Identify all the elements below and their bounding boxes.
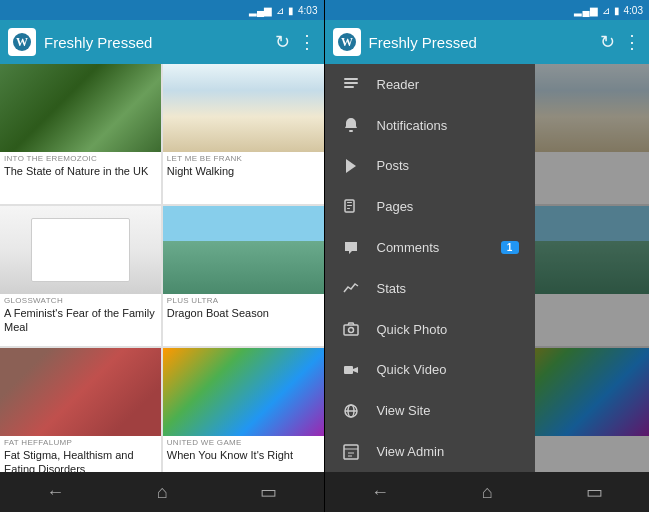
quickphoto-icon: [341, 319, 361, 339]
svg-marker-8: [346, 159, 356, 173]
svg-point-14: [348, 328, 353, 333]
posts-label: Posts: [377, 158, 519, 173]
drawer-overlay: INTO THE EREMOZOIC The State of Nature i…: [325, 64, 650, 472]
drawer-item-reader[interactable]: Reader: [325, 64, 535, 105]
comments-label: Comments: [377, 240, 485, 255]
battery-icon: ▮: [288, 5, 294, 16]
svg-rect-7: [349, 130, 353, 132]
drawer-scrim[interactable]: [535, 64, 650, 472]
card-1-2[interactable]: LET ME BE FRANK Night Walking: [163, 64, 324, 204]
content-grid-1: INTO THE EREMOZOIC The State of Nature i…: [0, 64, 324, 472]
overflow-icon-2[interactable]: ⋮: [623, 31, 641, 53]
drawer-item-notifications[interactable]: Notifications: [325, 105, 535, 146]
stats-icon: [341, 278, 361, 298]
posts-icon: [341, 156, 361, 176]
recents-button-2[interactable]: ▭: [586, 481, 603, 503]
drawer-item-stats[interactable]: Stats: [325, 268, 535, 309]
card-1-3[interactable]: glosswatch A Feminist's Fear of the Fami…: [0, 206, 161, 346]
top-bar-actions-2: ↻ ⋮: [600, 31, 641, 53]
card-1-1[interactable]: INTO THE EREMOZOIC The State of Nature i…: [0, 64, 161, 204]
home-button-1[interactable]: ⌂: [157, 482, 168, 503]
viewsite-icon: [341, 401, 361, 421]
comments-badge: 1: [501, 241, 519, 254]
svg-rect-10: [347, 202, 352, 203]
card-title-1-1: The State of Nature in the UK: [0, 163, 161, 182]
card-title-1-6: When You Know It's Right: [163, 447, 324, 466]
signal-icon-2: ▂▄▆: [574, 5, 597, 16]
pages-icon: [341, 197, 361, 217]
card-1-5[interactable]: Fat Heffalump Fat Stigma, Healthism and …: [0, 348, 161, 472]
card-image-1-3: [0, 206, 161, 294]
stats-label: Stats: [377, 281, 519, 296]
viewadmin-label: View Admin: [377, 444, 519, 459]
svg-rect-5: [344, 82, 358, 84]
refresh-icon-2[interactable]: ↻: [600, 31, 615, 53]
card-label-1-4: Plus Ultra: [163, 294, 324, 305]
back-button-1[interactable]: ←: [46, 482, 64, 503]
svg-rect-15: [344, 366, 353, 374]
drawer-item-posts[interactable]: Posts: [325, 146, 535, 187]
drawer-item-quickphoto[interactable]: Quick Photo: [325, 309, 535, 350]
quickvideo-label: Quick Video: [377, 362, 519, 377]
refresh-icon-1[interactable]: ↻: [275, 31, 290, 53]
top-bar-1: W Freshly Pressed ↻ ⋮: [0, 20, 324, 64]
notifications-label: Notifications: [377, 118, 519, 133]
card-image-1-4: [163, 206, 324, 294]
card-1-4[interactable]: Plus Ultra Dragon Boat Season: [163, 206, 324, 346]
viewsite-label: View Site: [377, 403, 519, 418]
drawer-item-viewsite[interactable]: View Site: [325, 390, 535, 431]
clock-2: 4:03: [624, 5, 643, 16]
card-title-1-5: Fat Stigma, Healthism and Eating Disorde…: [0, 447, 161, 472]
card-1-6[interactable]: United We Game When You Know It's Right: [163, 348, 324, 472]
card-title-1-2: Night Walking: [163, 163, 324, 182]
card-image-1-6: [163, 348, 324, 436]
top-bar-2: W Freshly Pressed ↻ ⋮: [325, 20, 650, 64]
drawer-item-comments[interactable]: Comments 1: [325, 227, 535, 268]
card-image-1-2: [163, 64, 324, 152]
notifications-icon: [341, 115, 361, 135]
phone2: ▂▄▆ ⊿ ▮ 4:03 W Freshly Pressed ↻ ⋮ INTO …: [325, 0, 650, 512]
back-button-2[interactable]: ←: [371, 482, 389, 503]
card-title-1-4: Dragon Boat Season: [163, 305, 324, 324]
reader-icon: [341, 74, 361, 94]
viewadmin-icon: [341, 442, 361, 462]
svg-rect-11: [347, 205, 352, 206]
app-title-1: Freshly Pressed: [44, 34, 267, 51]
overflow-icon-1[interactable]: ⋮: [298, 31, 316, 53]
drawer-item-pages[interactable]: Pages: [325, 186, 535, 227]
phone1: ▂▄▆ ⊿ ▮ 4:03 W Freshly Pressed ↻ ⋮ INTO …: [0, 0, 324, 512]
quickvideo-icon: [341, 360, 361, 380]
svg-rect-12: [347, 208, 350, 209]
card-label-1-1: INTO THE EREMOZOIC: [0, 152, 161, 163]
wp-logo-2: W: [333, 28, 361, 56]
drawer-item-viewadmin[interactable]: View Admin: [325, 431, 535, 472]
svg-text:W: W: [341, 35, 353, 49]
wp-logo-1: W: [8, 28, 36, 56]
home-button-2[interactable]: ⌂: [482, 482, 493, 503]
card-image-1-5: [0, 348, 161, 436]
pages-label: Pages: [377, 199, 519, 214]
card-label-1-5: Fat Heffalump: [0, 436, 161, 447]
wifi-icon: ⊿: [276, 5, 284, 16]
status-bar-2: ▂▄▆ ⊿ ▮ 4:03: [325, 0, 650, 20]
signal-icon: ▂▄▆: [249, 5, 272, 16]
svg-rect-6: [344, 86, 354, 88]
top-bar-actions-1: ↻ ⋮: [275, 31, 316, 53]
svg-text:W: W: [16, 35, 28, 49]
svg-rect-13: [344, 325, 358, 335]
quickphoto-label: Quick Photo: [377, 322, 519, 337]
status-bar-1: ▂▄▆ ⊿ ▮ 4:03: [0, 0, 324, 20]
battery-icon-2: ▮: [614, 5, 620, 16]
nav-drawer: Reader Notifications Posts: [325, 64, 535, 472]
svg-rect-4: [344, 78, 358, 80]
reader-label: Reader: [377, 77, 519, 92]
card-label-1-6: United We Game: [163, 436, 324, 447]
app-title-2: Freshly Pressed: [369, 34, 593, 51]
card-image-1-1: [0, 64, 161, 152]
recents-button-1[interactable]: ▭: [260, 481, 277, 503]
card-title-1-3: A Feminist's Fear of the Family Meal: [0, 305, 161, 339]
comments-icon: [341, 238, 361, 258]
svg-rect-20: [344, 445, 358, 459]
svg-marker-16: [353, 367, 358, 373]
drawer-item-quickvideo[interactable]: Quick Video: [325, 350, 535, 391]
